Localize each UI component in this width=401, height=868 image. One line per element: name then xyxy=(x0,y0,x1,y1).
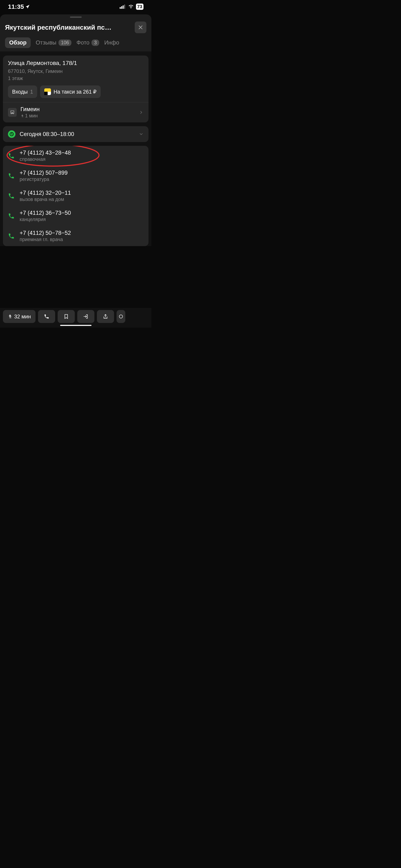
bookmark-button[interactable] xyxy=(58,310,75,323)
close-icon xyxy=(138,25,143,30)
home-indicator[interactable] xyxy=(60,325,91,326)
location-arrow-icon xyxy=(25,4,30,9)
phone-label: канцелярия xyxy=(20,217,144,222)
phone-icon xyxy=(8,173,14,179)
photo-count: 3 xyxy=(91,39,99,46)
phone-icon xyxy=(44,314,49,319)
status-bar: 11:35 73 xyxy=(0,0,151,12)
svg-rect-0 xyxy=(120,7,121,9)
more-button[interactable] xyxy=(117,310,125,323)
svg-rect-1 xyxy=(121,6,122,9)
phone-label: регистратура xyxy=(20,177,144,182)
transit-row[interactable]: Гимеин 1 мин xyxy=(3,102,149,122)
close-button[interactable] xyxy=(135,22,146,33)
phone-icon xyxy=(8,213,14,219)
status-time: 11:35 xyxy=(8,3,30,10)
phone-number: +7 (4112) 43−28−48 xyxy=(20,150,144,156)
svg-point-8 xyxy=(119,315,123,318)
cellular-icon xyxy=(120,5,126,9)
taxi-icon xyxy=(44,88,51,95)
page-title: Якутский республиканский пс… xyxy=(5,24,131,31)
tab-overview[interactable]: Обзор xyxy=(5,37,31,48)
phone-label: вызов врача на дом xyxy=(20,196,144,202)
tab-label: Фото xyxy=(76,39,89,46)
login-icon xyxy=(83,314,89,319)
address-city: 677010, Якутск, Гимеин xyxy=(8,68,144,75)
phone-label: справочная xyxy=(20,156,144,162)
header: Якутский республиканский пс… xyxy=(0,22,151,37)
chevron-right-icon xyxy=(139,110,144,115)
chip-count: 1 xyxy=(30,89,33,95)
checkin-button[interactable] xyxy=(77,310,94,323)
battery-indicator: 73 xyxy=(136,4,144,10)
clock-text: 11:35 xyxy=(8,3,24,10)
address-card: Улица Лермонтова, 178/1 677010, Якутск, … xyxy=(3,56,149,122)
phone-label: приемная гл. врача xyxy=(20,237,144,242)
phone-row-3[interactable]: +7 (4112) 36−73−50канцелярия xyxy=(3,206,149,226)
svg-rect-3 xyxy=(124,5,125,9)
phones-card: +7 (4112) 43−28−48справочная +7 (4112) 5… xyxy=(3,146,149,246)
phone-icon xyxy=(8,233,14,239)
phone-row-4[interactable]: +7 (4112) 50−78−52приемная гл. врача xyxy=(3,226,149,246)
clock-icon xyxy=(8,130,16,138)
reviews-count: 106 xyxy=(59,39,71,46)
tab-photo[interactable]: Фото 3 xyxy=(76,37,99,48)
chip-row: Входы 1 На такси за 261 ₽ xyxy=(8,86,144,98)
entrances-button[interactable]: Входы 1 xyxy=(8,86,37,98)
walk-time: 32 мин xyxy=(14,314,31,320)
phone-row-2[interactable]: +7 (4112) 32−20−11вызов врача на дом xyxy=(3,186,149,206)
wifi-icon xyxy=(128,5,134,9)
phone-number: +7 (4112) 507−899 xyxy=(20,169,144,176)
phone-icon xyxy=(8,193,14,199)
bookmark-icon xyxy=(63,314,69,319)
transit-stop: Гимеин xyxy=(21,106,135,113)
phone-number: +7 (4112) 32−20−11 xyxy=(20,190,144,196)
share-button[interactable] xyxy=(97,310,114,323)
phone-row-1[interactable]: +7 (4112) 507−899регистратура xyxy=(3,166,149,186)
walk-route-button[interactable]: 32 мин xyxy=(3,310,35,323)
call-button[interactable] xyxy=(38,310,55,323)
hours-card[interactable]: Сегодня 08:30–18:00 xyxy=(3,126,149,142)
content: Улица Лермонтова, 178/1 677010, Якутск, … xyxy=(0,52,151,246)
svg-rect-2 xyxy=(123,5,124,9)
chip-label: Входы xyxy=(12,89,28,95)
phone-number: +7 (4112) 36−73−50 xyxy=(20,210,144,216)
tab-label: Отзывы xyxy=(36,39,56,46)
drag-handle[interactable] xyxy=(70,17,82,18)
tabs: Обзор Отзывы 106 Фото 3 Инфо xyxy=(0,37,151,52)
hours-text: Сегодня 08:30–18:00 xyxy=(20,131,135,137)
sheet: Якутский республиканский пс… Обзор Отзыв… xyxy=(0,14,151,246)
address-floor: 1 этаж xyxy=(8,75,144,82)
address-block[interactable]: Улица Лермонтова, 178/1 677010, Якутск, … xyxy=(3,56,149,102)
phone-icon xyxy=(8,153,14,159)
address-street: Улица Лермонтова, 178/1 xyxy=(8,60,144,66)
share-icon xyxy=(103,314,108,319)
bus-icon xyxy=(8,108,17,117)
bottom-bar: 32 мин xyxy=(0,308,151,328)
status-right: 73 xyxy=(120,4,144,10)
transit-text: Гимеин 1 мин xyxy=(21,106,135,119)
walk-icon xyxy=(21,114,24,118)
tab-info[interactable]: Инфо xyxy=(104,37,119,48)
phone-number: +7 (4112) 50−78−52 xyxy=(20,230,144,236)
chevron-down-icon xyxy=(139,132,144,136)
taxi-button[interactable]: На такси за 261 ₽ xyxy=(40,86,101,98)
transit-walk-time: 1 мин xyxy=(21,113,135,119)
walk-icon xyxy=(7,314,12,319)
more-icon xyxy=(119,314,123,319)
tab-reviews[interactable]: Отзывы 106 xyxy=(36,37,71,48)
phone-row-0[interactable]: +7 (4112) 43−28−48справочная xyxy=(3,146,149,166)
chip-label: На такси за 261 ₽ xyxy=(54,89,96,95)
